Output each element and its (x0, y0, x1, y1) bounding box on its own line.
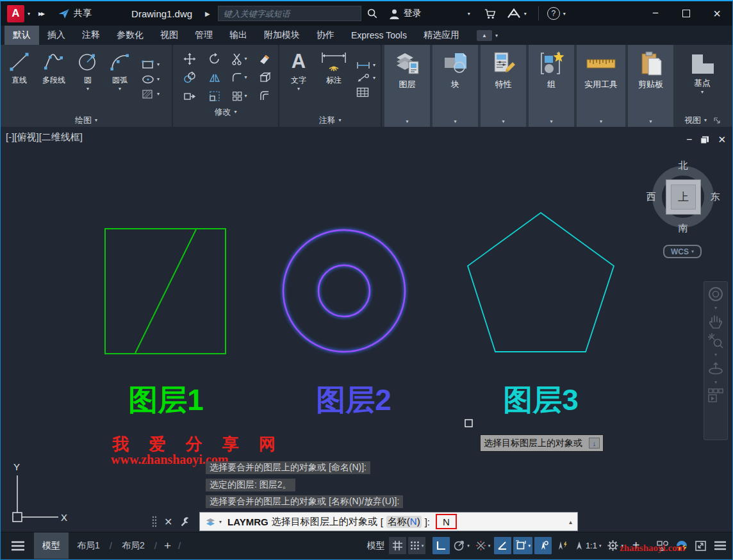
panel-group-button[interactable]: 组 ▾ (529, 45, 574, 127)
ellipse-tool[interactable]: ▾ (142, 74, 160, 85)
polyline-tool[interactable]: 多段线 (36, 45, 72, 113)
viewport-minimize-icon[interactable]: − (686, 134, 692, 145)
graphics-performance-button[interactable] (673, 537, 690, 554)
command-typed-input[interactable]: N (436, 514, 457, 529)
user-icon[interactable] (388, 8, 400, 20)
command-options-caret-icon[interactable]: ▾ (219, 519, 222, 525)
help-icon[interactable]: ? (547, 7, 560, 20)
panel-clipboard-button[interactable]: 剪贴板 ▾ (628, 45, 673, 127)
autocad-logo-icon[interactable]: A (7, 5, 24, 22)
model-space-button[interactable]: 模型 (365, 537, 387, 554)
grid-display-button[interactable] (389, 537, 406, 554)
wheel-dropdown-icon[interactable]: ▾ (714, 305, 717, 311)
viewcube-top-face[interactable]: 上 (666, 179, 701, 215)
stretch-tool[interactable] (177, 86, 202, 105)
annotate-panel-label[interactable]: 注释▾ (279, 113, 381, 127)
viewport-close-icon[interactable]: ✕ (718, 134, 726, 145)
tab-model[interactable]: 模型 (34, 532, 69, 559)
tab-output[interactable]: 输出 (221, 26, 256, 45)
utilities-dropdown-icon[interactable]: ▾ (600, 119, 602, 124)
command-layer-icon[interactable] (205, 517, 216, 527)
clean-screen-button[interactable] (692, 537, 709, 554)
arc-tool[interactable]: 圆弧 ▾ (104, 45, 136, 113)
trim-dropdown-icon[interactable]: ▾ (244, 56, 247, 62)
viewport-controls-label[interactable]: [-][俯视][二维线框] (6, 131, 83, 144)
customization-gear-button[interactable]: ▾ (605, 537, 625, 554)
block-dropdown-icon[interactable]: ▾ (454, 119, 456, 124)
basepoint-dropdown-icon[interactable]: ▾ (701, 89, 704, 95)
snap-mode-button[interactable]: ▾ (408, 537, 426, 554)
auto-annotation-scale-button[interactable] (554, 537, 571, 554)
circle-tool[interactable]: 圆 ▾ (74, 45, 102, 113)
trim-tool[interactable]: ▾ (227, 49, 252, 68)
login-button[interactable]: 登录 (404, 8, 422, 19)
leader-tool[interactable]: ▾ (356, 74, 375, 83)
command-option-name[interactable]: 名称(N) (386, 516, 422, 528)
tab-layout1[interactable]: 布局1 (69, 532, 108, 559)
command-drag-handle-icon[interactable] (152, 516, 157, 527)
rectangle-tool[interactable]: ▾ (142, 60, 160, 70)
autodesk-logo-icon[interactable] (507, 8, 521, 19)
text-tool[interactable]: A 文字 ▾ (284, 45, 313, 113)
offset-tool[interactable] (252, 86, 277, 105)
scale-dropdown-icon[interactable]: ▾ (599, 543, 602, 548)
array-dropdown-icon[interactable]: ▾ (244, 93, 247, 99)
rectangle-dropdown-icon[interactable]: ▾ (157, 62, 160, 67)
line-tool[interactable]: 直线 (4, 45, 34, 113)
tab-addins[interactable]: 附加模块 (256, 26, 308, 45)
circle-dropdown-icon[interactable]: ▾ (86, 86, 89, 92)
table-tool[interactable] (356, 87, 375, 97)
scale-tool[interactable] (202, 86, 227, 105)
command-recent-caret-icon[interactable]: ▴ (569, 518, 572, 525)
quick-access-expand-icon[interactable]: ▸▸ (38, 9, 44, 18)
viewcube-east[interactable]: 东 (711, 191, 720, 203)
app-menu-caret-icon[interactable]: ▾ (28, 11, 30, 17)
navigation-wheel-icon[interactable] (707, 286, 724, 302)
cart-icon[interactable] (484, 8, 497, 20)
clipboard-dropdown-icon[interactable]: ▾ (649, 119, 652, 124)
minimize-button[interactable]: − (640, 1, 671, 26)
arc-dropdown-icon[interactable]: ▾ (119, 86, 121, 92)
ribbon-minimize-control[interactable]: ▲ ▾ (477, 26, 498, 45)
viewcube-west[interactable]: 西 (647, 191, 656, 203)
ellipse-dropdown-icon[interactable]: ▾ (157, 76, 160, 82)
tab-featured-apps[interactable]: 精选应用 (415, 26, 468, 45)
draw-panel-label[interactable]: 绘图▾ (1, 113, 172, 127)
explode-tool[interactable] (252, 68, 277, 86)
search-input[interactable] (218, 6, 361, 21)
customize-menu-button[interactable] (711, 537, 729, 554)
new-layout-button[interactable]: + (158, 532, 177, 559)
fillet-dropdown-icon[interactable]: ▾ (244, 74, 247, 80)
tab-layout2[interactable]: 布局2 (113, 532, 153, 559)
autodesk-caret-icon[interactable]: ▾ (524, 11, 527, 17)
polar-tracking-button[interactable]: ▾ (452, 537, 472, 554)
hatch-tool[interactable]: ▾ (142, 89, 160, 99)
snap-dropdown-icon[interactable]: ▾ (422, 543, 424, 548)
viewcube-south[interactable]: 南 (679, 222, 688, 235)
basepoint-button[interactable]: 基点 (694, 78, 711, 89)
hatch-dropdown-icon[interactable]: ▾ (157, 91, 160, 97)
object-snap-button[interactable]: ▾ (513, 537, 532, 554)
tab-parametric[interactable]: 参数化 (108, 26, 152, 45)
layers-dropdown-icon[interactable]: ▾ (406, 119, 408, 124)
tab-collaborate[interactable]: 协作 (308, 26, 343, 45)
tab-annotate[interactable]: 注释 (74, 26, 108, 45)
tab-manage[interactable]: 管理 (186, 26, 221, 45)
erase-tool[interactable] (252, 49, 277, 68)
tab-view[interactable]: 视图 (152, 26, 186, 45)
help-caret-icon[interactable]: ▾ (563, 11, 566, 17)
panel-properties-button[interactable]: 特性 ▾ (481, 45, 526, 127)
object-snap-tracking-button[interactable]: ▾ (474, 537, 493, 554)
mirror-tool[interactable] (202, 68, 227, 86)
polar-dropdown-icon[interactable]: ▾ (467, 543, 470, 548)
command-customize-wrench-icon[interactable] (179, 516, 191, 527)
rotate-tool[interactable] (202, 49, 227, 68)
array-tool[interactable]: ▾ (227, 86, 252, 105)
orbit-icon[interactable] (707, 360, 724, 377)
linear-dimension-tool[interactable]: ▾ (356, 62, 375, 69)
panel-utilities-button[interactable]: 实用工具 ▾ (577, 45, 625, 127)
group-dropdown-icon[interactable]: ▾ (550, 119, 552, 124)
gear-dropdown-icon[interactable]: ▾ (621, 543, 623, 548)
text-dropdown-icon[interactable]: ▾ (297, 86, 300, 92)
panel-layers-button[interactable]: 图层 ▾ (384, 45, 430, 127)
